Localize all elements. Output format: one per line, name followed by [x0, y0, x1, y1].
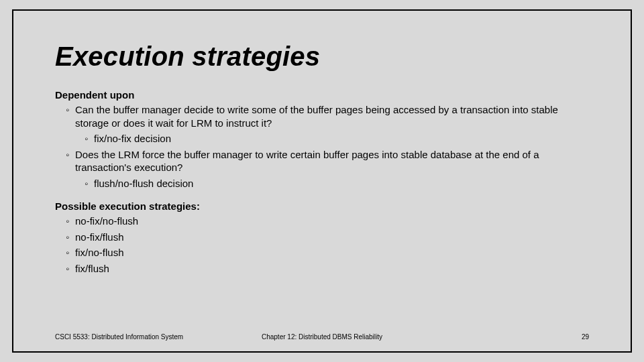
bullet-item: Can the buffer manager decide to write s…: [55, 103, 589, 129]
slide-footer: CSCI 5533: Distributed Information Syste…: [55, 333, 589, 341]
bullet-item: fix/flush: [55, 262, 589, 276]
spacer: [55, 192, 589, 200]
bullet-subitem: flush/no-flush decision: [55, 177, 589, 190]
bullet-item: no-fix/flush: [55, 231, 589, 244]
footer-left: CSCI 5533: Distributed Information Syste…: [55, 333, 183, 341]
section-heading: Possible execution strategies:: [55, 200, 589, 212]
bullet-item: fix/no-flush: [55, 246, 589, 259]
bullet-item: no-fix/no-flush: [55, 215, 589, 228]
footer-center: Chapter 12: Distributed DBMS Reliability: [262, 333, 382, 341]
slide-frame: Execution strategies Dependent upon Can …: [12, 9, 632, 353]
bullet-subitem: fix/no-fix decision: [55, 132, 589, 145]
slide-title: Execution strategies: [55, 42, 589, 72]
footer-right: 29: [582, 333, 589, 341]
bullet-item: Does the LRM force the buffer manager to…: [55, 148, 589, 174]
section-heading: Dependent upon: [55, 89, 589, 101]
